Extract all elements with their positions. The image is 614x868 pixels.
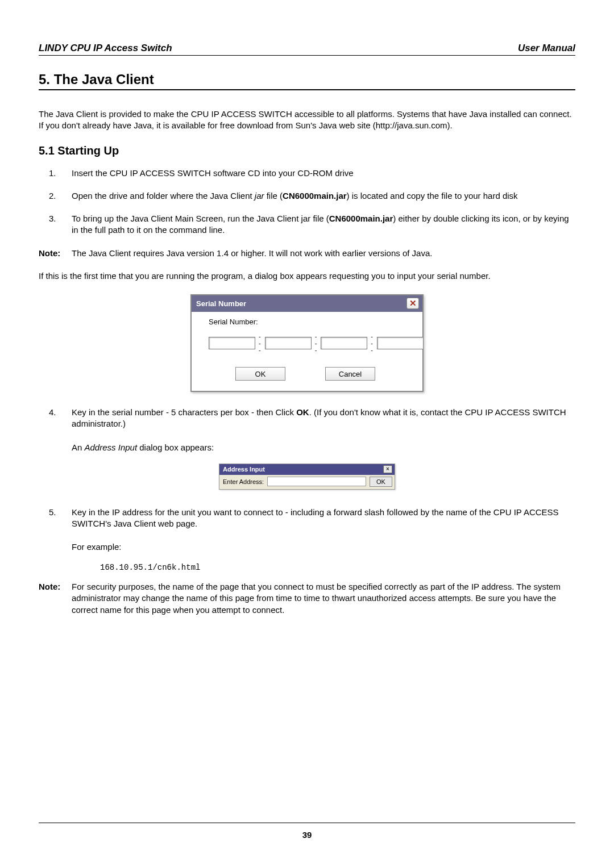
header-right: User Manual — [518, 43, 575, 54]
note-label: Note: — [39, 248, 72, 259]
para-after-note1: If this is the first time that you are r… — [39, 270, 575, 282]
dialog-titlebar: Address Input × — [219, 464, 395, 475]
step-number: 1. — [49, 168, 56, 179]
dash-icon: --- — [371, 333, 374, 353]
dialog-buttons: OK Cancel — [209, 367, 413, 381]
note-2: Note: For security purposes, the name of… — [39, 581, 575, 616]
serial-input-3[interactable] — [321, 337, 367, 349]
page-header: LINDY CPU IP Access Switch User Manual — [39, 43, 575, 56]
code-example: 168.10.95.1/cn6k.html — [39, 563, 575, 572]
dialog-body: Serial Number: --- --- --- OK Cancel — [192, 312, 422, 391]
section-title: 5. The Java Client — [39, 72, 575, 90]
dash-icon: --- — [259, 333, 262, 353]
serial-label: Serial Number: — [209, 318, 413, 326]
step-2: 2. Open the drive and folder where the J… — [72, 190, 575, 202]
step-1: 1. Insert the CPU IP ACCESS SWITCH softw… — [72, 168, 575, 179]
serial-input-1[interactable] — [209, 337, 255, 349]
step-3: 3. To bring up the Java Client Main Scre… — [72, 213, 575, 236]
serial-input-2[interactable] — [265, 337, 312, 349]
intro-paragraph: The Java Client is provided to make the … — [39, 108, 575, 132]
ok-button[interactable]: OK — [370, 477, 392, 487]
header-left: LINDY CPU IP Access Switch — [39, 43, 172, 54]
step-text: To bring up the Java Client Main Screen,… — [72, 214, 569, 235]
step4-sub: An Address Input dialog box appears: — [39, 441, 575, 453]
cancel-button[interactable]: Cancel — [325, 367, 375, 381]
step-text: Insert the CPU IP ACCESS SWITCH software… — [72, 168, 354, 178]
note-1: Note: The Java Client requires Java vers… — [39, 248, 575, 259]
dialog-titlebar: Serial Number ✕ — [192, 295, 422, 312]
step-number: 4. — [49, 407, 56, 418]
step-number: 5. — [49, 507, 56, 518]
page-footer: 39 — [39, 823, 575, 840]
dialog-body: Enter Address: OK — [219, 475, 395, 489]
close-icon[interactable]: × — [383, 465, 392, 473]
serial-inputs: --- --- --- — [209, 333, 413, 353]
dash-icon: --- — [315, 333, 318, 353]
step-5: 5. Key in the IP address for the unit yo… — [72, 507, 575, 530]
ok-button[interactable]: OK — [235, 367, 285, 381]
step-text: Key in the serial number - 5 characters … — [72, 407, 566, 428]
address-label: Enter Address: — [223, 478, 264, 485]
address-input[interactable] — [267, 477, 366, 486]
dialog-title: Address Input — [223, 466, 265, 473]
note-label: Note: — [39, 581, 72, 616]
step5-sub: For example: — [39, 541, 575, 553]
close-icon[interactable]: ✕ — [406, 298, 419, 309]
step-text: Key in the IP address for the unit you w… — [72, 507, 559, 528]
step-text: Open the drive and folder where the Java… — [72, 191, 518, 201]
note-body: For security purposes, the name of the p… — [72, 581, 575, 616]
serial-input-4[interactable] — [377, 337, 424, 349]
step-number: 3. — [49, 213, 56, 224]
page-number: 39 — [302, 830, 312, 840]
address-input-dialog: Address Input × Enter Address: OK — [219, 464, 395, 490]
serial-number-dialog: Serial Number ✕ Serial Number: --- --- -… — [190, 294, 424, 392]
note-body: The Java Client requires Java version 1.… — [72, 248, 575, 259]
step-4: 4. Key in the serial number - 5 characte… — [72, 407, 575, 430]
subsection-title: 5.1 Starting Up — [39, 144, 575, 157]
dialog-title: Serial Number — [196, 299, 246, 308]
step-number: 2. — [49, 190, 56, 202]
